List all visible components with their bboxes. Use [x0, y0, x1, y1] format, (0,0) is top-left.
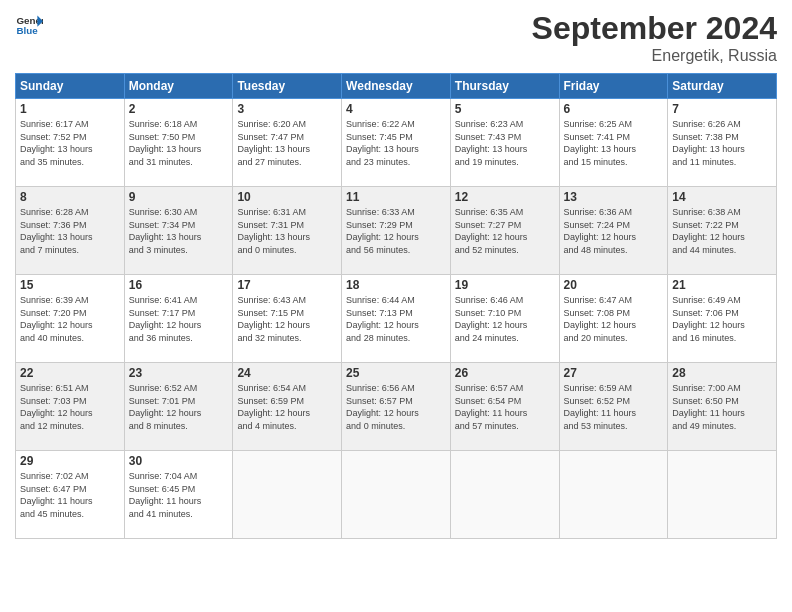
table-row: 26Sunrise: 6:57 AMSunset: 6:54 PMDayligh…	[450, 363, 559, 451]
header-monday: Monday	[124, 74, 233, 99]
table-row: 2Sunrise: 6:18 AMSunset: 7:50 PMDaylight…	[124, 99, 233, 187]
header-row: Sunday Monday Tuesday Wednesday Thursday…	[16, 74, 777, 99]
table-row: 25Sunrise: 6:56 AMSunset: 6:57 PMDayligh…	[342, 363, 451, 451]
header: General Blue September 2024 Energetik, R…	[15, 10, 777, 65]
table-row: 1Sunrise: 6:17 AMSunset: 7:52 PMDaylight…	[16, 99, 125, 187]
header-wednesday: Wednesday	[342, 74, 451, 99]
table-row: 19Sunrise: 6:46 AMSunset: 7:10 PMDayligh…	[450, 275, 559, 363]
table-row: 30Sunrise: 7:04 AMSunset: 6:45 PMDayligh…	[124, 451, 233, 539]
table-row: 20Sunrise: 6:47 AMSunset: 7:08 PMDayligh…	[559, 275, 668, 363]
table-row: 9Sunrise: 6:30 AMSunset: 7:34 PMDaylight…	[124, 187, 233, 275]
logo: General Blue	[15, 10, 43, 38]
table-row: 7Sunrise: 6:26 AMSunset: 7:38 PMDaylight…	[668, 99, 777, 187]
table-row: 13Sunrise: 6:36 AMSunset: 7:24 PMDayligh…	[559, 187, 668, 275]
table-row: 18Sunrise: 6:44 AMSunset: 7:13 PMDayligh…	[342, 275, 451, 363]
table-row: 28Sunrise: 7:00 AMSunset: 6:50 PMDayligh…	[668, 363, 777, 451]
header-sunday: Sunday	[16, 74, 125, 99]
calendar-table: Sunday Monday Tuesday Wednesday Thursday…	[15, 73, 777, 539]
table-row	[668, 451, 777, 539]
title-block: September 2024 Energetik, Russia	[532, 10, 777, 65]
table-row: 15Sunrise: 6:39 AMSunset: 7:20 PMDayligh…	[16, 275, 125, 363]
table-row: 14Sunrise: 6:38 AMSunset: 7:22 PMDayligh…	[668, 187, 777, 275]
page-container: General Blue September 2024 Energetik, R…	[0, 0, 792, 549]
table-row: 27Sunrise: 6:59 AMSunset: 6:52 PMDayligh…	[559, 363, 668, 451]
table-row: 11Sunrise: 6:33 AMSunset: 7:29 PMDayligh…	[342, 187, 451, 275]
table-row: 8Sunrise: 6:28 AMSunset: 7:36 PMDaylight…	[16, 187, 125, 275]
table-row: 17Sunrise: 6:43 AMSunset: 7:15 PMDayligh…	[233, 275, 342, 363]
table-row: 10Sunrise: 6:31 AMSunset: 7:31 PMDayligh…	[233, 187, 342, 275]
table-row: 12Sunrise: 6:35 AMSunset: 7:27 PMDayligh…	[450, 187, 559, 275]
logo-icon: General Blue	[15, 10, 43, 38]
table-row: 29Sunrise: 7:02 AMSunset: 6:47 PMDayligh…	[16, 451, 125, 539]
table-row: 3Sunrise: 6:20 AMSunset: 7:47 PMDaylight…	[233, 99, 342, 187]
header-thursday: Thursday	[450, 74, 559, 99]
table-row: 21Sunrise: 6:49 AMSunset: 7:06 PMDayligh…	[668, 275, 777, 363]
table-row: 4Sunrise: 6:22 AMSunset: 7:45 PMDaylight…	[342, 99, 451, 187]
month-title: September 2024	[532, 10, 777, 47]
table-row	[450, 451, 559, 539]
location-title: Energetik, Russia	[532, 47, 777, 65]
table-row: 22Sunrise: 6:51 AMSunset: 7:03 PMDayligh…	[16, 363, 125, 451]
table-row	[233, 451, 342, 539]
table-row	[342, 451, 451, 539]
table-row: 23Sunrise: 6:52 AMSunset: 7:01 PMDayligh…	[124, 363, 233, 451]
table-row	[559, 451, 668, 539]
svg-text:Blue: Blue	[16, 25, 38, 36]
header-friday: Friday	[559, 74, 668, 99]
header-saturday: Saturday	[668, 74, 777, 99]
table-row: 24Sunrise: 6:54 AMSunset: 6:59 PMDayligh…	[233, 363, 342, 451]
header-tuesday: Tuesday	[233, 74, 342, 99]
table-row: 6Sunrise: 6:25 AMSunset: 7:41 PMDaylight…	[559, 99, 668, 187]
table-row: 16Sunrise: 6:41 AMSunset: 7:17 PMDayligh…	[124, 275, 233, 363]
table-row: 5Sunrise: 6:23 AMSunset: 7:43 PMDaylight…	[450, 99, 559, 187]
